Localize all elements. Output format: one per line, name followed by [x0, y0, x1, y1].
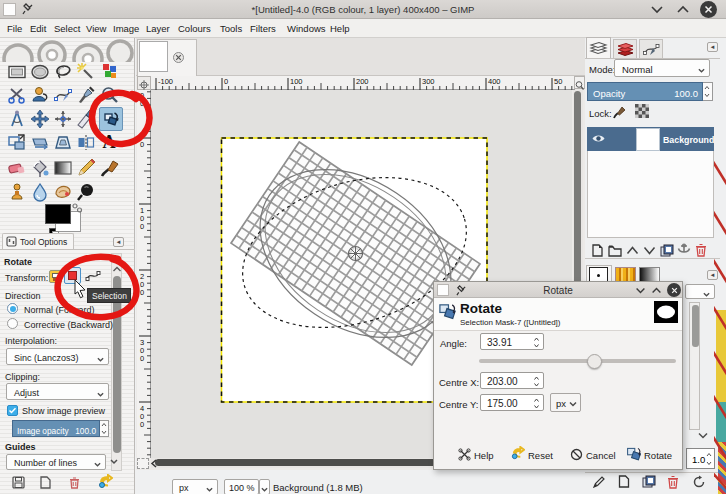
svg-text:0: 0 [140, 222, 144, 231]
svg-text:0: 0 [140, 354, 144, 363]
svg-text:100: 100 [290, 77, 303, 86]
svg-text:300: 300 [422, 77, 435, 86]
svg-text:0: 0 [224, 77, 228, 86]
svg-text:0: 0 [140, 99, 144, 108]
svg-text:50: 50 [554, 77, 562, 86]
svg-text:200: 200 [356, 77, 369, 86]
svg-text:0: 0 [140, 288, 144, 297]
svg-text:0: 0 [140, 140, 144, 149]
svg-text:0: 0 [140, 420, 144, 429]
svg-text:400: 400 [488, 77, 501, 86]
svg-text:-100: -100 [158, 77, 173, 86]
svg-text:A: A [102, 132, 115, 152]
